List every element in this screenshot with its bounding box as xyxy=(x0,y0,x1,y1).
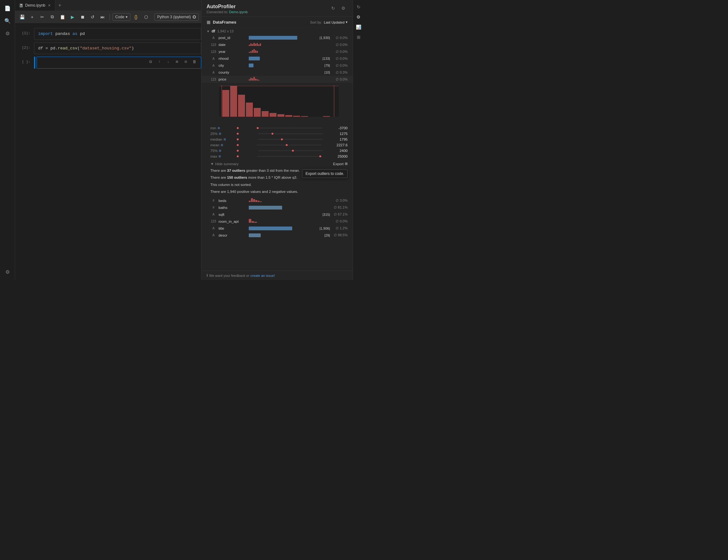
svg-rect-11 xyxy=(301,116,308,117)
tab-close-button[interactable]: ✕ xyxy=(47,3,51,8)
hide-summary-toggle[interactable]: ▼ Hide summary xyxy=(210,162,239,166)
svg-rect-12 xyxy=(323,116,330,117)
extensions-icon[interactable]: ⚙ xyxy=(2,28,13,39)
cell-type-selector[interactable]: Code ▾ xyxy=(112,13,130,21)
demo-tab[interactable]: 📓 Demo.ipynb ✕ xyxy=(15,0,55,11)
puzzle-strip-icon[interactable]: ⊞ xyxy=(354,33,363,42)
settings-panel-button[interactable]: ⚙ xyxy=(339,4,348,13)
col-type-date: 123 xyxy=(210,43,217,47)
col-bar-date xyxy=(249,42,309,47)
df-main-row[interactable]: ▼ df 1,942 x 13 xyxy=(202,28,353,34)
stat-row-25: 25% ⊞ 1275 xyxy=(210,131,348,137)
summary-bar[interactable]: ▼ Hide summary Export ⊞ Export outliers … xyxy=(202,161,353,167)
fast-forward-button[interactable]: ⏭ xyxy=(98,13,107,21)
df-name: df xyxy=(212,29,215,33)
max-link-icon[interactable]: ⊞ xyxy=(219,155,221,158)
search-icon[interactable]: 🔍 xyxy=(2,15,13,26)
move-down-button[interactable]: ↓ xyxy=(164,58,172,66)
cut-button[interactable]: ✂ xyxy=(38,13,47,21)
settings-icon[interactable]: ⚙ xyxy=(2,266,13,278)
col-type-baths: # xyxy=(210,206,217,209)
col-name-city: city xyxy=(219,64,247,67)
new-tab-button[interactable]: + xyxy=(55,0,64,11)
cell-1-content[interactable]: import pandas as pd xyxy=(34,28,201,40)
svg-point-21 xyxy=(281,139,283,140)
col-row-title[interactable]: A title |1,906| ∅ 1.2% xyxy=(202,225,353,232)
col-type-beds: # xyxy=(210,199,217,202)
col-row-city[interactable]: A city |79| ∅ 0.0% xyxy=(202,62,353,69)
copy-button[interactable]: ⧉ xyxy=(48,13,57,21)
refresh-button[interactable]: ↻ xyxy=(329,4,338,13)
paste-button[interactable]: 📋 xyxy=(58,13,67,21)
col-row-date[interactable]: 123 date ∅ 0.0% xyxy=(202,41,353,48)
75-dot xyxy=(237,150,239,152)
merge-button[interactable]: ⊟ xyxy=(182,58,190,66)
25-link-icon[interactable]: ⊞ xyxy=(219,132,221,135)
svg-point-27 xyxy=(319,156,321,157)
autoprofiler-panel: AutoProfiler Connected to: Demo.ipynb ↻ … xyxy=(202,0,353,280)
run-button[interactable]: ▶ xyxy=(68,13,77,21)
import-keyword: import xyxy=(38,31,53,36)
export-button[interactable]: Export ⊞ Export outliers to code. xyxy=(333,162,348,166)
col-name-sqft: sqft xyxy=(219,213,247,217)
df-shape: 1,942 x 13 xyxy=(216,29,233,33)
restart-button[interactable]: ↺ xyxy=(88,13,97,21)
copy-cell-button[interactable]: ⧉ xyxy=(147,58,154,66)
col-bar-sqft xyxy=(249,212,309,217)
format-button[interactable]: {} xyxy=(132,13,140,21)
save-button[interactable]: 💾 xyxy=(18,13,26,21)
stat-value-min: -3700 xyxy=(338,126,348,130)
svg-point-19 xyxy=(271,133,273,135)
col-row-year[interactable]: 123 year ∅ 0.0% xyxy=(202,48,353,55)
75-link-icon[interactable]: ⊞ xyxy=(219,149,221,152)
col-row-nhood[interactable]: A nhood |133| ∅ 0.0% xyxy=(202,55,353,62)
sort-dropdown[interactable]: Last Updated ▾ xyxy=(324,20,348,24)
svg-rect-5 xyxy=(254,108,261,117)
col-row-sqft[interactable]: A sqft |315| ∅ 67.1% xyxy=(202,211,353,218)
stat-row-median: median ⊞ 1795 xyxy=(210,137,348,142)
cell-3-content[interactable]: ⧉ ↑ ↓ ⊞ ⊟ 🗑 xyxy=(37,57,201,69)
col-type-price: 123 xyxy=(210,78,217,81)
refresh-strip-icon[interactable]: ↻ xyxy=(354,3,363,11)
stat-value-mean: 2227.6 xyxy=(337,143,348,147)
col-null-descr: ∅ 98.5% xyxy=(332,233,348,237)
kernel-selector[interactable]: Python 3 (ipykernel) xyxy=(154,13,199,21)
files-icon[interactable]: 📄 xyxy=(2,3,13,14)
col-row-baths[interactable]: # baths ∅ 81.1% xyxy=(202,204,353,211)
svg-rect-2 xyxy=(230,86,237,117)
col-null-baths: ∅ 81.1% xyxy=(332,206,348,210)
col-row-beds[interactable]: # beds ∅ 3.0% xyxy=(202,197,353,204)
alias-text: pd xyxy=(80,31,85,36)
mean-link-icon[interactable]: ⊞ xyxy=(221,144,223,147)
col-row-post_id[interactable]: A post_id |1,930| ∅ 0.0% xyxy=(202,34,353,41)
move-up-button[interactable]: ↑ xyxy=(156,58,163,66)
min-link-icon[interactable]: ⊞ xyxy=(218,127,220,130)
col-value-county: |10| xyxy=(311,71,330,74)
stop-button[interactable]: ⏹ xyxy=(78,13,87,21)
extra-button[interactable]: ⬡ xyxy=(142,13,151,21)
as-keyword: as xyxy=(72,31,77,36)
hide-chevron-icon: ▼ xyxy=(210,162,214,166)
chart-strip-icon[interactable]: 📊 xyxy=(354,23,363,31)
read-csv-func: read_csv xyxy=(58,46,77,51)
col-row-room_in_apt[interactable]: 123 room_in_apt ∅ 0.0% xyxy=(202,218,353,225)
cell-2-content[interactable]: df = pd.read_csv("dataset_housing.csv") xyxy=(34,42,201,54)
col-type-post_id: A xyxy=(210,36,217,40)
col-name-beds: beds xyxy=(219,199,247,203)
stat-row-mean: mean ⊞ 2227.6 xyxy=(210,142,348,148)
feedback-link[interactable]: create an issue! xyxy=(251,274,275,278)
median-link-icon[interactable]: ⊞ xyxy=(224,138,226,141)
notebook-toolbar: 💾 + ✂ ⧉ 📋 ▶ ⏹ ↺ ⏭ Code ▾ {} ⬡ Python 3 (… xyxy=(15,11,201,23)
settings-strip-icon[interactable]: ⚙ xyxy=(354,13,363,21)
split-button[interactable]: ⊞ xyxy=(173,58,181,66)
delete-cell-button[interactable]: 🗑 xyxy=(191,58,198,66)
export-link-icon[interactable]: ⊞ xyxy=(345,162,348,166)
svg-point-25 xyxy=(292,150,294,152)
col-row-descr[interactable]: A descr |29| ∅ 98.5% xyxy=(202,232,353,239)
col-row-price[interactable]: 123 price ∅ 0.0% xyxy=(202,76,353,83)
add-cell-button[interactable]: + xyxy=(28,13,37,21)
col-value-sqft: |315| xyxy=(311,213,330,217)
df-expand-icon[interactable]: ▼ xyxy=(207,30,210,33)
mean-dot xyxy=(237,144,239,146)
col-row-county[interactable]: A county |10| ∅ 0.3% xyxy=(202,69,353,76)
